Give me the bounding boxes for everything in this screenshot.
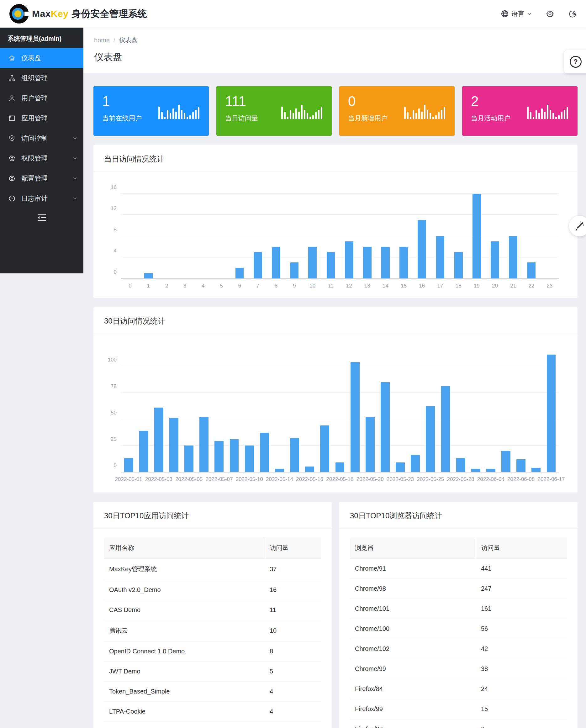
table-row: OpenID Connect 1.0 Demo8 — [104, 642, 321, 661]
bar-slot — [212, 183, 230, 279]
panel-title: 当日访问情况统计 — [104, 154, 567, 164]
name-cell: Chrome/91 — [350, 559, 476, 579]
bar-slot — [340, 183, 358, 279]
x-axis-tick-label: 6 — [230, 283, 249, 289]
bar — [335, 463, 345, 472]
bar-slot — [272, 345, 287, 472]
visits-cell: 38 — [476, 659, 567, 679]
bar-slot — [408, 345, 423, 472]
bar-slot — [249, 183, 267, 279]
bar — [454, 252, 463, 279]
sidebar-item-0[interactable]: 仪表盘 — [0, 48, 83, 68]
bar — [308, 247, 317, 279]
x-axis-tick-label: 2022-06-04 — [477, 476, 505, 483]
x-axis-tick-label: 2022-05-01 — [115, 476, 142, 483]
hourly-visits-bar-chart: 0481216 01234567891011121314151617181920… — [94, 172, 578, 298]
breadcrumb-separator: / — [113, 37, 116, 44]
bar — [124, 458, 133, 472]
bar — [381, 382, 390, 472]
y-axis-tick-label: 25 — [103, 436, 117, 442]
name-cell: Chrome/102 — [350, 639, 476, 659]
bar — [396, 463, 405, 472]
name-cell: Chrome/101 — [350, 599, 476, 619]
logout-button[interactable] — [568, 10, 577, 18]
bar-slot — [139, 183, 157, 279]
breadcrumb-current: 仪表盘 — [119, 36, 138, 45]
table-row: 腾讯云10 — [104, 620, 321, 642]
bar-slot — [227, 345, 242, 472]
bar-slot — [304, 183, 322, 279]
help-button[interactable]: ? — [564, 50, 586, 73]
bar — [214, 441, 224, 472]
bar — [254, 252, 262, 279]
y-axis-tick-label: 8 — [103, 227, 117, 233]
name-cell: Token_Based_Simple — [104, 682, 264, 702]
bar-slot — [540, 183, 559, 279]
bar — [245, 445, 254, 472]
visits-cell: 4 — [264, 702, 321, 722]
bar — [473, 194, 481, 279]
sidebar-item-5[interactable]: 权限管理 — [0, 148, 83, 168]
y-axis-tick-label: 16 — [103, 184, 117, 191]
mini-bar-chart-icon — [404, 104, 445, 119]
bar-slot — [483, 345, 498, 472]
bar — [441, 386, 450, 472]
bar-slot — [449, 183, 467, 279]
breadcrumb: home / 仪表盘 — [94, 36, 575, 45]
sidebar-item-label: 用户管理 — [21, 94, 48, 103]
bar-slot — [285, 183, 304, 279]
bar — [260, 433, 269, 472]
x-axis-tick-label: 2022-05-10 — [236, 476, 263, 483]
bar-slot — [121, 345, 136, 472]
column-header: 浏览器 — [350, 537, 476, 559]
sidebar-item-1[interactable]: 组织管理 — [0, 68, 83, 88]
bar-slot — [467, 183, 486, 279]
visits-cell: 37 — [264, 559, 321, 580]
x-axis-tick-label: 10 — [304, 283, 322, 289]
sidebar-item-4[interactable]: 访问控制 — [0, 128, 83, 148]
settings-button[interactable] — [546, 10, 554, 18]
sidebar-item-7[interactable]: 日志审计 — [0, 188, 83, 208]
table-row: Firefox/8424 — [350, 679, 567, 699]
bar-slot — [181, 345, 197, 472]
chevron-down-icon — [73, 136, 77, 140]
language-menu[interactable]: 语言 — [501, 9, 531, 18]
x-axis-tick-label: 5 — [212, 283, 230, 289]
column-header: 访问量 — [476, 537, 567, 559]
bar — [547, 355, 556, 472]
name-cell: Jira — [104, 722, 264, 728]
y-axis-tick-label: 75 — [103, 384, 117, 390]
bar-slot — [393, 345, 408, 472]
mini-bar-chart-icon — [158, 104, 199, 119]
column-header: 应用名称 — [104, 537, 264, 559]
breadcrumb-home-link[interactable]: home — [94, 37, 110, 44]
x-axis-tick-label: 7 — [249, 283, 267, 289]
bar — [144, 273, 153, 279]
sidebar-item-6[interactable]: 配置管理 — [0, 168, 83, 188]
bar-slot — [423, 345, 438, 472]
bar — [418, 220, 426, 279]
bar — [400, 247, 408, 279]
name-cell: Firefox/84 — [350, 679, 476, 699]
bar-slot — [431, 183, 449, 279]
bar — [230, 439, 239, 472]
sidebar-item-3[interactable]: 应用管理 — [0, 108, 83, 128]
x-axis-tick-label: 15 — [395, 283, 413, 289]
bar-slot — [267, 183, 285, 279]
x-axis-tick-label: 2022-05-18 — [326, 476, 354, 483]
stat-card-1: 111当日访问量 — [216, 86, 332, 136]
bars-series — [121, 183, 559, 279]
brand-name: MaxKey — [32, 8, 68, 19]
x-axis-tick-label: 17 — [431, 283, 449, 289]
panel-hourly-visits: 当日访问情况统计 0481216 01234567891011121314151… — [94, 145, 578, 298]
bar-slot — [378, 345, 392, 472]
stat-cards-row: 1当前在线用户111当日访问量0当月新增用户2当月活动用户 — [94, 86, 578, 136]
bar-slot — [121, 183, 139, 279]
visits-cell: 10 — [264, 620, 321, 642]
page-title: 仪表盘 — [94, 51, 575, 63]
collapse-menu-icon[interactable] — [36, 213, 47, 222]
table-row: Firefox/9915 — [350, 699, 567, 719]
sidebar-item-2[interactable]: 用户管理 — [0, 88, 83, 108]
name-cell: 腾讯云 — [104, 620, 264, 642]
panel-title: 30日访问情况统计 — [104, 316, 567, 326]
